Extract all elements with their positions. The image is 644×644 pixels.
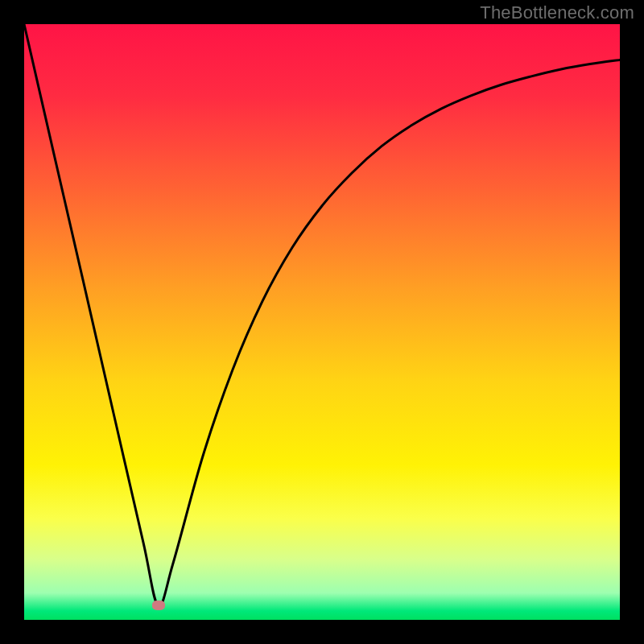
watermark-text: TheBottleneck.com xyxy=(480,2,634,23)
minimum-marker xyxy=(152,601,165,610)
plot-area xyxy=(24,24,620,620)
bottleneck-curve xyxy=(24,24,620,620)
chart-container: TheBottleneck.com xyxy=(0,0,644,644)
